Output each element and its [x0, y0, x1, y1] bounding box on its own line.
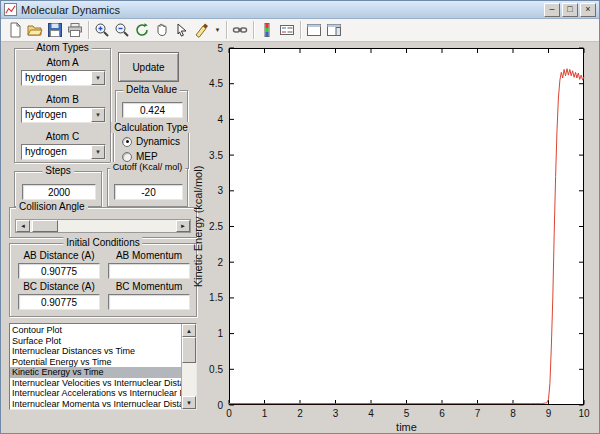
cutoff-field[interactable] — [114, 184, 183, 200]
atom-b-value: hydrogen — [22, 108, 91, 122]
window-controls: – □ × — [544, 3, 596, 17]
rotate-3d-icon[interactable] — [132, 20, 152, 40]
atom-types-title: Atom Types — [33, 42, 92, 53]
collision-angle-scrollbar-thumb[interactable] — [32, 220, 58, 232]
new-icon[interactable] — [5, 20, 25, 40]
minimize-button[interactable]: – — [544, 3, 560, 17]
calculation-type-title: Calculation Type — [111, 122, 191, 133]
plot-type-listbox[interactable]: Contour PlotSurface PlotInternuclear Dis… — [9, 323, 197, 410]
radio-selected-icon[interactable] — [122, 137, 132, 147]
delta-value-title: Delta Value — [123, 84, 180, 95]
y-tick-label: 3 — [217, 185, 223, 196]
link-plots-icon[interactable] — [230, 20, 250, 40]
initial-conditions-panel: Initial Conditions AB Distance (A) AB Mo… — [9, 243, 197, 317]
update-button[interactable]: Update — [118, 52, 179, 82]
y-tick-label: 1 — [217, 328, 223, 339]
scroll-up-icon[interactable]: ▲ — [182, 324, 196, 337]
list-item[interactable]: Contour Plot — [10, 325, 181, 336]
y-tick-label: 5 — [217, 43, 223, 54]
brush-icon[interactable] — [192, 20, 212, 40]
atom-c-value: hydrogen — [22, 145, 91, 159]
list-item[interactable]: Kinetic Energy vs Time — [10, 367, 181, 378]
list-item[interactable]: Internuclear Distances vs Time — [10, 346, 181, 357]
initial-conditions-title: Initial Conditions — [63, 237, 142, 248]
atom-a-dropdown[interactable]: hydrogen ▼ — [21, 70, 106, 86]
x-tick-label: 5 — [404, 408, 410, 419]
y-tick-label: 0.5 — [209, 364, 223, 375]
bc-momentum-label: BC Momentum — [108, 281, 190, 292]
listbox-scrollbar-thumb[interactable] — [182, 337, 196, 363]
listbox-scrollbar-track[interactable] — [182, 337, 196, 396]
print-icon[interactable] — [65, 20, 85, 40]
chevron-down-icon[interactable]: ▼ — [91, 108, 105, 122]
collision-angle-panel: Collision Angle ◄ ► — [9, 207, 197, 238]
collision-angle-scrollbar-track[interactable] — [30, 220, 176, 232]
atom-b-dropdown[interactable]: hydrogen ▼ — [21, 107, 106, 123]
x-tick-label: 1 — [262, 408, 268, 419]
radio-dynamics[interactable]: Dynamics — [122, 136, 180, 147]
toolbar-separator — [253, 21, 254, 39]
kinetic-energy-plot[interactable]: 01234567891000.511.522.533.544.55timeKin… — [229, 48, 584, 405]
y-tick-label: 2 — [217, 257, 223, 268]
delta-value-field[interactable] — [122, 102, 183, 118]
atom-c-dropdown[interactable]: hydrogen ▼ — [21, 144, 106, 160]
scroll-left-icon[interactable]: ◄ — [16, 220, 30, 232]
list-item[interactable]: Potential Energy vs Time — [10, 357, 181, 368]
zoom-out-icon[interactable] — [112, 20, 132, 40]
atom-c-label: Atom C — [15, 131, 110, 142]
atom-a-label: Atom A — [15, 57, 110, 68]
window-title: Molecular Dynamics — [21, 4, 120, 16]
close-button[interactable]: × — [580, 3, 596, 17]
zoom-in-icon[interactable] — [92, 20, 112, 40]
y-tick-label: 0 — [217, 400, 223, 411]
hide-plot-tools-icon[interactable] — [304, 20, 324, 40]
y-axis-label: Kinetic Energy (kcal/mol) — [192, 166, 204, 288]
chevron-down-icon[interactable]: ▼ — [91, 71, 105, 85]
maximize-button[interactable]: □ — [562, 3, 578, 17]
pan-icon[interactable] — [152, 20, 172, 40]
ab-momentum-field[interactable] — [108, 263, 190, 279]
list-item[interactable]: Internuclear Accelerations vs Internucle… — [10, 388, 181, 399]
x-tick-label: 6 — [439, 408, 445, 419]
y-tick-label: 2.5 — [209, 221, 223, 232]
insert-legend-icon[interactable] — [277, 20, 297, 40]
data-cursor-icon[interactable] — [172, 20, 192, 40]
radio-unselected-icon[interactable] — [122, 152, 132, 162]
y-tick-label: 1.5 — [209, 292, 223, 303]
ab-momentum-label: AB Momentum — [108, 250, 190, 261]
x-tick-label: 2 — [297, 408, 303, 419]
atom-a-value: hydrogen — [22, 71, 91, 85]
x-tick-label: 10 — [578, 408, 590, 419]
steps-title: Steps — [42, 165, 74, 176]
ab-distance-field[interactable] — [18, 263, 100, 279]
x-tick-label: 3 — [333, 408, 339, 419]
titlebar[interactable]: Molecular Dynamics – □ × — [1, 1, 599, 19]
radio-mep-label: MEP — [136, 151, 158, 162]
axes-box — [230, 49, 584, 405]
plot-type-list: Contour PlotSurface PlotInternuclear Dis… — [10, 324, 181, 409]
scroll-down-icon[interactable]: ▼ — [182, 396, 196, 409]
scroll-right-icon[interactable]: ► — [176, 220, 190, 232]
open-icon[interactable] — [25, 20, 45, 40]
atom-b-label: Atom B — [15, 94, 110, 105]
list-item[interactable]: Surface Plot — [10, 336, 181, 347]
insert-colorbar-icon[interactable] — [257, 20, 277, 40]
list-item[interactable]: Internuclear Momenta vs Internuclear Dis… — [10, 399, 181, 410]
listbox-scrollbar[interactable]: ▲ ▼ — [181, 324, 196, 409]
x-tick-label: 0 — [226, 408, 232, 419]
delta-value-panel: Delta Value — [115, 90, 188, 126]
show-plot-tools-icon[interactable] — [324, 20, 344, 40]
figure-icon — [4, 3, 17, 16]
list-item[interactable]: Internuclear Velocities vs Internuclear … — [10, 378, 181, 389]
save-icon[interactable] — [45, 20, 65, 40]
bc-distance-field[interactable] — [18, 294, 100, 310]
brush-menu-arrow-icon[interactable]: ▼ — [212, 20, 223, 40]
x-tick-label: 7 — [475, 408, 481, 419]
collision-angle-scrollbar[interactable]: ◄ ► — [15, 219, 191, 233]
toolbar-separator — [88, 21, 89, 39]
bc-momentum-field[interactable] — [108, 294, 190, 310]
chevron-down-icon[interactable]: ▼ — [91, 145, 105, 159]
steps-field[interactable] — [22, 184, 96, 200]
radio-mep[interactable]: MEP — [122, 151, 158, 162]
x-tick-label: 8 — [510, 408, 516, 419]
